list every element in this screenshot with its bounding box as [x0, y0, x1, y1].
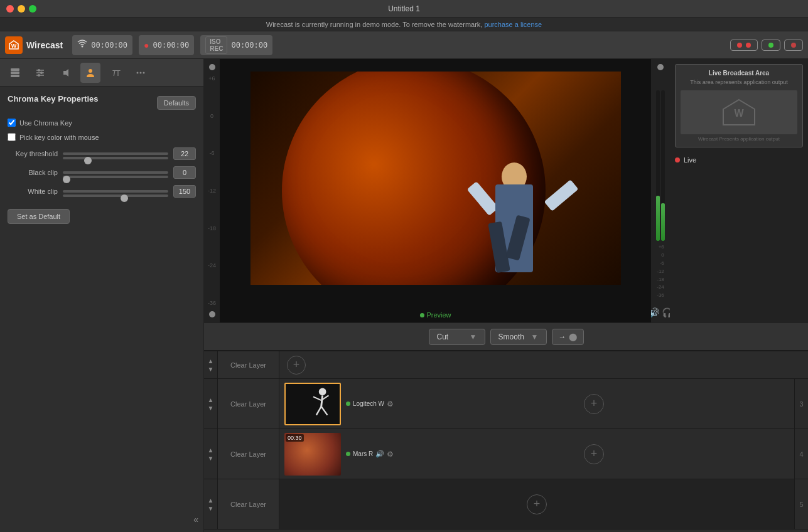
black-clip-slider-track	[63, 171, 168, 174]
nav-icon-sliders[interactable]	[30, 63, 50, 83]
status-button-2[interactable]	[762, 40, 780, 51]
layer-3-controls[interactable]: ▲ ▼	[204, 479, 218, 529]
layer-2-controls[interactable]: ▲ ▼	[204, 429, 218, 479]
layer-3-content: +	[279, 479, 794, 529]
layer-0-controls[interactable]: ▲ ▼	[204, 351, 218, 378]
minimize-button[interactable]	[18, 5, 25, 13]
go-transition-button[interactable]: → ⬤	[552, 329, 584, 345]
set-as-default-button[interactable]: Set as Default	[8, 209, 70, 224]
close-button[interactable]	[6, 5, 14, 13]
svg-rect-5	[11, 75, 19, 77]
live-broadcast-subtitle: This area represents application output	[681, 79, 797, 85]
layer-2-number: 4	[794, 429, 808, 479]
vu-scale-minus6: -6	[657, 260, 664, 268]
live-broadcast-box: Live Broadcast Area This area represents…	[675, 64, 803, 147]
preview-label: Preview	[419, 311, 451, 319]
layer-2-thumbnail[interactable]: 00:30	[284, 433, 341, 476]
left-sidebar: TT Chroma Key Properties Defaults Use Ch…	[0, 59, 204, 532]
svg-rect-20	[286, 383, 340, 424]
layer-2-status-dot	[346, 452, 350, 456]
black-clip-slider[interactable]	[63, 176, 168, 178]
vu-scale-minus12: -12	[657, 268, 664, 276]
white-clip-slider[interactable]	[63, 194, 168, 197]
layer-1-number: 3	[794, 379, 808, 428]
status-button-1[interactable]	[730, 40, 758, 51]
live-status: Live	[675, 156, 803, 164]
layer-1-controls[interactable]: ▲ ▼	[204, 379, 218, 428]
layer-2-audio-icon[interactable]: 🔊	[375, 450, 384, 458]
layer-1-add-button[interactable]: +	[584, 394, 604, 414]
maximize-button[interactable]	[29, 5, 36, 13]
layer-0-clear[interactable]: Clear Layer	[218, 351, 279, 378]
defaults-button[interactable]: Defaults	[157, 96, 196, 110]
layer-row-0: ▲ ▼ Clear Layer +	[204, 351, 808, 379]
nav-icon-font[interactable]: TT	[105, 63, 126, 83]
status-dot-green	[768, 43, 773, 48]
demo-message: Wirecast is currently running in demo mo…	[266, 21, 483, 28]
layers-area: ▲ ▼ Clear Layer + ▲ ▼ Clear Layer	[204, 350, 808, 532]
svg-point-15	[137, 72, 139, 73]
svg-point-11	[38, 74, 40, 77]
layer-2-name-text: Mars R	[353, 450, 373, 457]
audio-controls: 🔊 🎧	[649, 307, 672, 317]
layer-3-number: 5	[794, 479, 808, 529]
iso-segment[interactable]: ISOREC 00:00:00	[200, 35, 272, 55]
live-panel: Live Broadcast Area This area represents…	[670, 59, 808, 322]
layer-row-1: ▲ ▼ Clear Layer	[204, 379, 808, 429]
white-clip-value: 150	[173, 185, 196, 198]
main-area: +6 0 -6 -12 -18 -24 -36	[204, 59, 808, 532]
layer-1-thumbnail[interactable]	[284, 383, 341, 425]
use-chroma-key-checkbox[interactable]	[8, 119, 16, 127]
vu-bar-right	[661, 90, 665, 241]
nav-icon-person[interactable]	[80, 63, 100, 83]
svg-point-17	[143, 72, 145, 73]
layer-0-add-button[interactable]: +	[287, 356, 306, 375]
layer-1-status-dot	[346, 402, 350, 406]
nav-icon-layers[interactable]	[5, 63, 25, 83]
layer-1-settings-icon[interactable]: ⚙	[387, 400, 394, 408]
window-title: Untitled 1	[388, 4, 420, 13]
layer-3-up-icon: ▲	[208, 497, 214, 504]
vu-scale-plus6: +6	[657, 243, 664, 252]
person-figure	[483, 109, 571, 272]
svg-point-10	[40, 72, 43, 74]
layer-2-name: Mars R 🔊 ⚙	[346, 450, 394, 459]
layer-3-clear[interactable]: Clear Layer	[218, 479, 279, 529]
pick-key-color-label[interactable]: Pick key color with mouse	[8, 133, 99, 141]
purchase-license-link[interactable]: purchase a license	[484, 21, 542, 28]
use-chroma-key-label[interactable]: Use Chroma Key	[8, 119, 72, 127]
layer-2-add-button[interactable]: +	[584, 444, 604, 464]
layer-1-add-area: +	[399, 394, 789, 414]
status-dot-red2	[746, 43, 751, 48]
layer-1-name: Logitech W ⚙	[346, 400, 394, 408]
vu-right-cursor-top	[657, 64, 664, 70]
key-threshold-value: 22	[173, 147, 196, 160]
vu-cursor-top	[209, 64, 215, 70]
live-thumbnail: W	[681, 90, 797, 134]
layer-1-clear[interactable]: Clear Layer	[218, 379, 279, 428]
layer-0-content: +	[279, 351, 808, 378]
layer-2-clear[interactable]: Clear Layer	[218, 429, 279, 479]
live-dot	[675, 157, 680, 162]
nav-icon-audio[interactable]	[55, 63, 75, 83]
stream-segment[interactable]: 00:00:00	[72, 35, 132, 55]
layer-3-add-button[interactable]: +	[527, 494, 547, 514]
layer-2-settings-icon[interactable]: ⚙	[387, 450, 394, 459]
cut-transition-button[interactable]: Cut ▼	[429, 329, 485, 345]
sidebar-nav: TT	[0, 59, 203, 87]
key-threshold-slider[interactable]	[63, 157, 168, 159]
nav-icon-more[interactable]	[131, 63, 151, 83]
vu-scale-minus18: -18	[657, 276, 664, 284]
record-time: 00:00:00	[153, 41, 190, 50]
status-button-3[interactable]	[784, 40, 803, 51]
record-segment[interactable]: ● 00:00:00	[139, 35, 194, 55]
svg-text:W: W	[734, 108, 744, 119]
collapse-sidebar-button[interactable]: «	[193, 514, 198, 524]
vu-label-minus18: -18	[208, 225, 216, 231]
layer-1-clear-label: Clear Layer	[230, 400, 266, 408]
record-icon: ●	[144, 40, 149, 50]
vu-scale-minus36: -36	[657, 292, 664, 300]
layer-row-2: ▲ ▼ Clear Layer 00:30 Mars R	[204, 429, 808, 479]
smooth-transition-button[interactable]: Smooth ▼	[490, 329, 547, 345]
pick-key-color-checkbox[interactable]	[8, 133, 16, 141]
